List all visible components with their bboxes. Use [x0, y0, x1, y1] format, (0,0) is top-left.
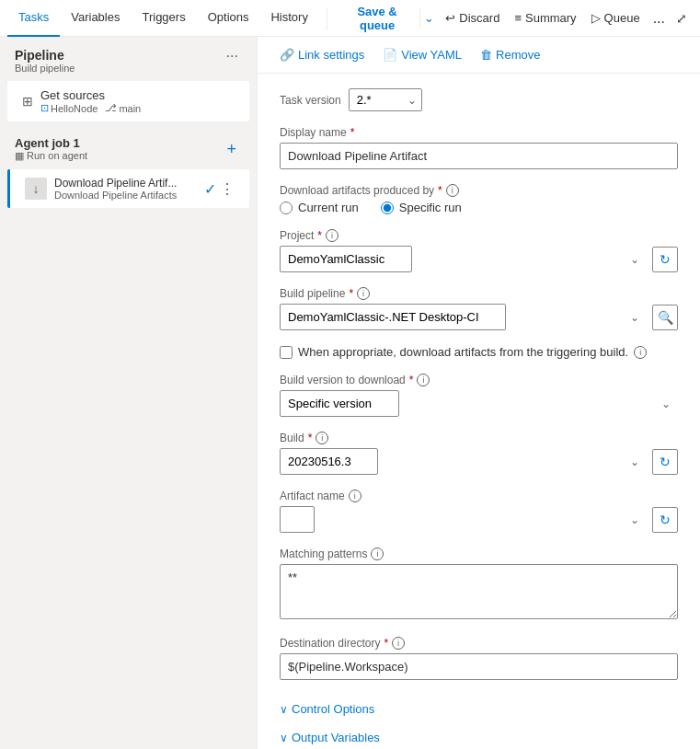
download-artifacts-info-icon[interactable]: i	[446, 184, 459, 197]
artifact-name-info-icon[interactable]: i	[349, 490, 361, 502]
radio-current-run-input[interactable]	[280, 202, 293, 214]
branch-label: ⎇ main	[105, 102, 141, 114]
radio-current-run[interactable]: Current run	[280, 201, 359, 214]
build-pipeline-select-wrap: DemoYamlClassic-.NET Desktop-CI	[280, 304, 647, 330]
queue-button[interactable]: ▷ Queue	[584, 7, 648, 29]
project-dropdown-wrapper: DemoYamlClassic ↻	[280, 246, 678, 272]
tab-triggers[interactable]: Triggers	[131, 0, 196, 37]
save-queue-caret[interactable]: ⌄	[419, 7, 438, 29]
build-version-label: Build version to download * i	[280, 374, 678, 386]
view-yaml-button[interactable]: 📄 View YAML	[375, 44, 469, 65]
summary-button[interactable]: ≡ Summary	[507, 7, 583, 29]
build-refresh-button[interactable]: ↻	[652, 449, 678, 475]
matching-patterns-label: Matching patterns i	[280, 547, 678, 560]
remove-icon: 🗑	[480, 48, 492, 62]
discard-button[interactable]: ↩ Discard	[438, 7, 507, 29]
build-pipeline-select[interactable]: DemoYamlClassic-.NET Desktop-CI	[280, 304, 506, 330]
repo-label: ⊡ HelloNode	[40, 102, 98, 114]
artifact-name-select[interactable]	[280, 506, 315, 533]
matching-patterns-row: Matching patterns i **	[280, 547, 678, 622]
agent-job-title: Agent job 1	[15, 136, 87, 150]
get-sources-item[interactable]: ⊞ Get sources ⊡ HelloNode ⎇ main	[7, 81, 249, 121]
tab-variables[interactable]: Variables	[60, 0, 131, 37]
checkbox-inner: When appropriate, download artifacts fro…	[280, 345, 678, 359]
control-options-chevron-icon: ∨	[280, 703, 288, 716]
display-name-input[interactable]	[280, 143, 678, 169]
link-settings-button[interactable]: 🔗 Link settings	[272, 44, 372, 65]
pipeline-subtitle: Build pipeline	[15, 63, 75, 74]
project-refresh-button[interactable]: ↻	[652, 247, 678, 272]
radio-specific-run-input[interactable]	[381, 202, 394, 214]
radio-group: Current run Specific run	[280, 201, 678, 214]
tab-options[interactable]: Options	[197, 0, 260, 37]
task-version-label: Task version	[280, 94, 341, 107]
project-select-wrap: DemoYamlClassic	[280, 246, 647, 272]
build-select[interactable]: 20230516.3	[280, 448, 378, 475]
destination-directory-label: Destination directory * i	[280, 637, 678, 650]
display-name-row: Display name *	[280, 126, 678, 169]
build-version-row: Build version to download * i Specific v…	[280, 374, 678, 417]
right-panel: 🔗 Link settings 📄 View YAML 🗑 Remove Tas…	[258, 37, 700, 749]
project-select[interactable]: DemoYamlClassic	[280, 246, 412, 272]
matching-patterns-info-icon[interactable]: i	[371, 547, 384, 560]
pipeline-header: Pipeline Build pipeline ···	[0, 37, 257, 81]
pipeline-title: Pipeline	[15, 48, 75, 63]
task-version-select-wrap: 2.* 1.*	[349, 88, 422, 111]
destination-directory-row: Destination directory * i	[280, 637, 678, 680]
build-label: Build * i	[280, 432, 678, 444]
build-version-info-icon[interactable]: i	[417, 374, 430, 386]
task-check-icon: ✓	[204, 180, 216, 198]
checkbox-info-icon[interactable]: i	[634, 346, 647, 359]
save-queue-group: Save & queue ⌄	[335, 1, 438, 36]
tab-history[interactable]: History	[259, 0, 318, 37]
agent-job-header: Agent job 1 ▦ Run on agent +	[0, 129, 257, 169]
output-variables-section[interactable]: ∨ Output Variables	[280, 723, 678, 749]
more-options-button[interactable]: ...	[648, 6, 671, 30]
build-row: Build * i 20230516.3 ↻	[280, 432, 678, 475]
download-artifacts-row: Download artifacts produced by * i Curre…	[280, 184, 678, 214]
build-version-select-wrap: Specific version Latest	[280, 390, 678, 417]
branch-icon: ⎇	[105, 102, 117, 114]
add-task-button[interactable]: +	[221, 138, 242, 161]
task-item[interactable]: ↓ Download Pipeline Artif... Download Pi…	[7, 169, 249, 208]
remove-button[interactable]: 🗑 Remove	[473, 44, 547, 65]
destination-directory-info-icon[interactable]: i	[392, 637, 405, 650]
pipeline-more-button[interactable]: ···	[223, 48, 242, 64]
expand-button[interactable]: ⤢	[671, 7, 693, 29]
artifact-name-row: Artifact name i ↻	[280, 490, 678, 533]
build-pipeline-search-button[interactable]: 🔍	[652, 305, 678, 330]
main-layout: Pipeline Build pipeline ··· ⊞ Get source…	[0, 37, 700, 749]
checkbox-row: When appropriate, download artifacts fro…	[280, 345, 678, 359]
agent-icon: ▦	[15, 150, 24, 161]
build-pipeline-info-icon[interactable]: i	[357, 287, 370, 300]
project-info-icon[interactable]: i	[326, 229, 339, 242]
view-yaml-icon: 📄	[383, 48, 397, 62]
summary-icon: ≡	[514, 11, 522, 25]
artifact-name-refresh-button[interactable]: ↻	[652, 507, 678, 533]
build-info-icon[interactable]: i	[316, 432, 328, 444]
agent-job-subtitle: ▦ Run on agent	[15, 150, 87, 162]
task-menu-button[interactable]: ⋮	[220, 180, 235, 198]
tab-tasks[interactable]: Tasks	[7, 0, 60, 37]
task-icon: ↓	[25, 178, 47, 200]
triggering-build-checkbox[interactable]	[280, 346, 293, 359]
project-label: Project * i	[280, 229, 678, 242]
checkbox-label: When appropriate, download artifacts fro…	[298, 345, 628, 359]
radio-specific-run[interactable]: Specific run	[381, 201, 462, 214]
link-settings-icon: 🔗	[280, 48, 294, 62]
download-artifacts-label: Download artifacts produced by * i	[280, 184, 678, 197]
right-toolbar: 🔗 Link settings 📄 View YAML 🗑 Remove	[258, 37, 700, 74]
artifact-name-dropdown-wrapper: ↻	[280, 506, 678, 533]
matching-patterns-input[interactable]: **	[280, 564, 678, 619]
build-version-select[interactable]: Specific version Latest	[280, 390, 399, 417]
artifact-name-label: Artifact name i	[280, 490, 678, 502]
queue-icon: ▷	[591, 11, 601, 25]
build-pipeline-dropdown-wrapper: DemoYamlClassic-.NET Desktop-CI 🔍	[280, 304, 678, 330]
task-version-select[interactable]: 2.* 1.*	[349, 88, 422, 111]
destination-directory-input[interactable]	[280, 653, 678, 680]
display-name-label: Display name *	[280, 126, 678, 139]
build-pipeline-label: Build pipeline * i	[280, 287, 678, 300]
artifact-name-select-wrap	[280, 506, 647, 533]
save-queue-button[interactable]: Save & queue	[335, 1, 419, 36]
control-options-section[interactable]: ∨ Control Options	[280, 695, 678, 723]
